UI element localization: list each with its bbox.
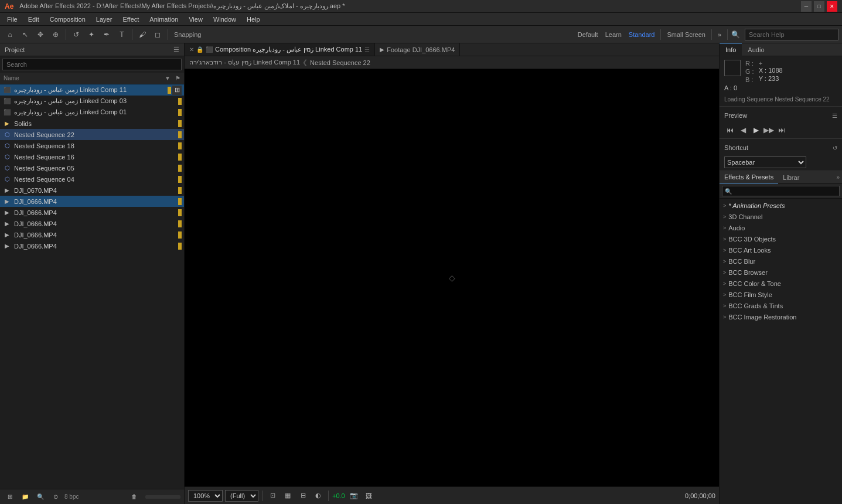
info-tab[interactable]: Info <box>720 43 742 56</box>
project-search-input[interactable] <box>2 59 182 70</box>
x-value-row: X : 1088 <box>759 67 783 74</box>
search-button[interactable]: 🔍 <box>34 491 47 503</box>
project-item-dji0666d[interactable]: ▶ DJI_0666.MP4 <box>0 229 184 240</box>
effects-item-bcc-film-style[interactable]: > BCC Film Style <box>720 289 842 300</box>
viewer-mode-button[interactable]: ⊟ <box>296 489 309 502</box>
pen-tool-button[interactable]: ✒ <box>100 28 113 41</box>
breadcrumb-comp11[interactable]: زמין עباס - רודבארג'ירה Linked Comp 11 <box>189 59 300 66</box>
effects-expand-icon[interactable]: » <box>834 174 842 181</box>
shortcut-select[interactable]: Spacebar <box>724 156 806 168</box>
effects-arrow-bccart-icon: > <box>723 247 726 253</box>
project-item-nested16[interactable]: ⬡ Nested Sequence 16 <box>0 151 184 162</box>
zoom-select[interactable]: 100% 50% 200% <box>188 490 223 502</box>
effects-search-input[interactable] <box>734 186 837 196</box>
project-item-dji0666c[interactable]: ▶ DJI_0666.MP4 <box>0 218 184 229</box>
info-panel: Info Audio R : G : B : <box>719 43 842 504</box>
effects-item-bcc-image-restoration[interactable]: > BCC Image Restoration <box>720 311 842 322</box>
menu-window[interactable]: Window <box>209 15 241 24</box>
puppet-tool-button[interactable]: ✦ <box>85 28 98 41</box>
effects-item-animation-presets[interactable]: > * Animation Presets <box>720 200 842 211</box>
eraser-tool-button[interactable]: ◻ <box>151 28 164 41</box>
close-button[interactable]: ✕ <box>827 1 837 12</box>
menu-view[interactable]: View <box>184 15 207 24</box>
viewer-tab-menu-icon[interactable]: ☰ <box>364 46 370 53</box>
project-item-dji0666a[interactable]: ▶ DJI_0666.MP4 <box>0 196 184 207</box>
preview-play-button[interactable]: ▶ <box>750 124 762 136</box>
standard-label[interactable]: Standard <box>626 31 657 38</box>
effects-item-bcc-3d-objects[interactable]: > BCC 3D Objects <box>720 233 842 244</box>
learn-label[interactable]: Learn <box>603 31 624 38</box>
project-item-comp11[interactable]: ⬛ زمین عباس - رودبارچیره Linked Comp 11 … <box>0 84 184 96</box>
menu-effect[interactable]: Effect <box>118 15 144 24</box>
hand-tool-button[interactable]: ✥ <box>34 28 47 41</box>
effects-item-bcc-color-tone[interactable]: > BCC Color & Tone <box>720 278 842 289</box>
maximize-button[interactable]: □ <box>814 1 824 12</box>
preview-first-button[interactable]: ⏮ <box>724 124 736 136</box>
expand-icon[interactable]: » <box>715 31 724 38</box>
bpc-slider[interactable] <box>145 495 180 499</box>
rotate-tool-button[interactable]: ↺ <box>70 28 83 41</box>
project-item-nested22[interactable]: ⬡ Nested Sequence 22 <box>0 129 184 140</box>
snapshot-button[interactable]: 📷 <box>347 489 360 502</box>
menu-help[interactable]: Help <box>242 15 265 24</box>
project-item-dji0666e[interactable]: ▶ DJI_0666.MP4 <box>0 240 184 251</box>
effects-item-bcc-browser[interactable]: > BCC Browser <box>720 267 842 278</box>
viewer-canvas[interactable]: ◇ <box>185 69 719 486</box>
new-folder-button[interactable]: 📁 <box>19 491 32 503</box>
project-item-dji0666b[interactable]: ▶ DJI_0666.MP4 <box>0 207 184 218</box>
toggle-transparency-button[interactable]: ▦ <box>281 489 294 502</box>
small-screen-label[interactable]: Small Screen <box>664 31 707 38</box>
viewer-tab-footage[interactable]: ▶ Footage DJI_0666.MP4 <box>375 43 460 56</box>
project-item-nested18[interactable]: ⬡ Nested Sequence 18 <box>0 140 184 151</box>
show-snapshot-button[interactable]: 🖼 <box>363 489 376 502</box>
breadcrumb-nested22[interactable]: Nested Sequence 22 <box>310 59 370 66</box>
text-tool-button[interactable]: T <box>115 28 128 41</box>
delete-button[interactable]: 🗑 <box>128 491 141 503</box>
effects-item-audio[interactable]: > Audio <box>720 222 842 233</box>
minimize-button[interactable]: ─ <box>801 1 812 12</box>
libraries-tab[interactable]: Librar <box>778 171 804 184</box>
project-panel-menu-icon[interactable]: ☰ <box>173 46 179 53</box>
preview-menu-icon[interactable]: ☰ <box>832 113 837 119</box>
viewer-ctrl-sep-2 <box>328 491 329 501</box>
zoom-tool-button[interactable]: ⊕ <box>49 28 62 41</box>
new-comp-button[interactable]: ⊞ <box>4 491 16 503</box>
effects-presets-tab[interactable]: Effects & Presets <box>720 171 778 184</box>
reset-exposure-button[interactable]: ◐ <box>312 489 325 502</box>
viewer-tab-comp11[interactable]: ✕ 🔒 ⬛ Composition زמין عباس - رودبارچیره… <box>185 43 375 56</box>
project-item-nested05[interactable]: ⬡ Nested Sequence 05 <box>0 162 184 173</box>
menu-layer[interactable]: Layer <box>91 15 117 24</box>
project-item-dji0670[interactable]: ▶ DJI_0670.MP4 <box>0 185 184 196</box>
shortcut-reset-icon[interactable]: ↺ <box>833 145 837 151</box>
tag-icon[interactable]: ⚑ <box>175 75 180 81</box>
effects-item-3d-channel[interactable]: > 3D Channel <box>720 211 842 222</box>
region-of-interest-button[interactable]: ⊡ <box>266 489 279 502</box>
quality-select[interactable]: (Full) (Half) <box>225 490 258 502</box>
default-label[interactable]: Default <box>575 31 601 38</box>
brush-tool-button[interactable]: 🖌 <box>136 28 149 41</box>
sort-icon[interactable]: ▼ <box>165 75 171 81</box>
preview-last-button[interactable]: ⏭ <box>776 124 788 136</box>
dependency-button[interactable]: ⊙ <box>49 491 62 503</box>
effects-label-3d-channel: 3D Channel <box>728 213 762 220</box>
select-tool-button[interactable]: ↖ <box>19 28 32 41</box>
preview-prev-button[interactable]: ◀ <box>737 124 749 136</box>
project-item-comp03[interactable]: ⬛ زمین عباس - رودبارچیره Linked Comp 03 <box>0 96 184 107</box>
effects-item-bcc-grads-tints[interactable]: > BCC Grads & Tints <box>720 300 842 311</box>
effects-item-bcc-blur[interactable]: > BCC Blur <box>720 256 842 267</box>
menu-file[interactable]: File <box>2 15 22 24</box>
project-item-comp01[interactable]: ⬛ زمین عباس - رودبارچیره Linked Comp 01 <box>0 107 184 118</box>
project-item-nested04[interactable]: ⬡ Nested Sequence 04 <box>0 173 184 185</box>
home-tool-button[interactable]: ⌂ <box>4 28 16 41</box>
viewer-tab-close-icon[interactable]: ✕ <box>189 46 194 53</box>
audio-tab[interactable]: Audio <box>742 43 770 56</box>
search-help-input[interactable] <box>745 29 838 40</box>
menu-animation[interactable]: Animation <box>145 15 183 24</box>
preview-next-button[interactable]: ▶▶ <box>763 124 775 136</box>
item-action-icon[interactable]: ⊞ <box>172 86 182 95</box>
menu-composition[interactable]: Composition <box>45 15 90 24</box>
effects-item-bcc-art-looks[interactable]: > BCC Art Looks <box>720 244 842 256</box>
menu-edit[interactable]: Edit <box>23 15 44 24</box>
y-value-row: Y : 233 <box>759 75 783 82</box>
project-item-solids[interactable]: ▶ Solids <box>0 118 184 129</box>
